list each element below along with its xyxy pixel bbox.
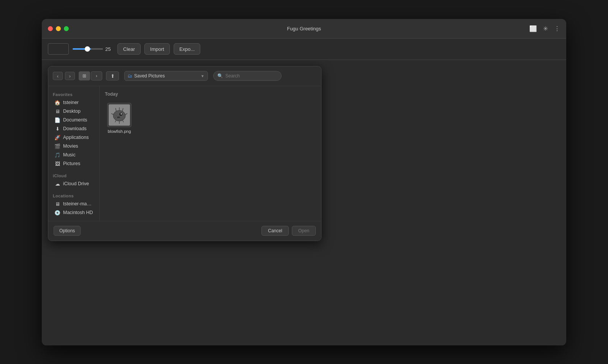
list-view-button[interactable]: › <box>91 71 102 80</box>
icloud-icon: ☁ <box>54 181 60 187</box>
file-grid: blowfish.png <box>105 101 316 136</box>
computer-icon: 🖥 <box>54 201 60 207</box>
chevron-down-icon: ▼ <box>201 74 204 78</box>
menu-icon[interactable]: ⋮ <box>554 25 560 32</box>
svg-point-15 <box>115 117 116 118</box>
footer-actions: Cancel Open <box>261 226 316 236</box>
sidebar-item-label: tsteiner-macb... <box>63 201 93 206</box>
disk-icon: 💿 <box>54 210 60 216</box>
title-bar-actions: ⬜ ✳ ⋮ <box>529 25 560 32</box>
favorites-label: Favorites <box>48 90 99 98</box>
brush-size-value: 25 <box>105 46 114 52</box>
downloads-icon: ⬇ <box>54 126 60 132</box>
sidebar-item-label: Music <box>63 152 76 158</box>
back-button[interactable]: ‹ <box>53 72 63 80</box>
sidebar: Favorites 🏠 tsteiner 🖥 Desktop 📄 Documen… <box>48 86 100 221</box>
sidebar-item-documents[interactable]: 📄 Documents <box>50 116 98 124</box>
svg-point-11 <box>121 113 122 114</box>
brush-size-slider[interactable] <box>73 48 103 50</box>
grid-icon: ⊞ <box>82 73 86 79</box>
sidebar-item-macintosh-hd[interactable]: 💿 Macintosh HD <box>50 208 98 217</box>
search-box: 🔍 <box>213 71 282 81</box>
grid-view-button[interactable]: ⊞ <box>79 71 90 80</box>
up-folder-icon: ⬆ <box>111 73 115 79</box>
sidebar-item-pictures[interactable]: 🖼 Pictures <box>50 159 98 168</box>
title-bar: Fugu Greetings ⬜ ✳ ⋮ <box>42 19 566 39</box>
svg-point-1 <box>113 110 125 121</box>
open-button[interactable]: Open <box>292 226 316 236</box>
file-thumbnail <box>107 103 131 127</box>
canvas-rect <box>48 43 69 55</box>
list-icon: › <box>96 73 97 79</box>
file-dialog: ‹ › ⊞ › ⬆ 🗂 Saved Pictures <box>48 66 321 241</box>
app-toolbar: 25 Clear Import Expo... <box>42 39 566 60</box>
maximize-button[interactable] <box>64 26 69 31</box>
svg-point-13 <box>116 115 117 116</box>
app-window: Fugu Greetings ⬜ ✳ ⋮ 25 Clear Import Exp… <box>42 19 566 345</box>
forward-button[interactable]: › <box>65 72 75 80</box>
sidebar-item-desktop[interactable]: 🖥 Desktop <box>50 107 98 116</box>
pictures-icon: 🖼 <box>54 161 60 167</box>
sidebar-item-label: Downloads <box>63 126 87 131</box>
sidebar-item-label: tsteiner <box>63 100 79 105</box>
documents-icon: 📄 <box>54 117 60 123</box>
view-buttons: ⊞ › <box>79 71 102 80</box>
export-button[interactable]: Expo... <box>174 43 200 55</box>
document-icon[interactable]: ⬜ <box>529 25 537 32</box>
file-content: Today <box>100 86 321 221</box>
movies-icon: 🎬 <box>54 143 60 149</box>
puzzle-icon[interactable]: ✳ <box>543 25 548 32</box>
section-date: Today <box>105 91 316 97</box>
sidebar-item-tsteiner[interactable]: 🏠 tsteiner <box>50 98 98 107</box>
locations-label: Locations <box>48 191 99 200</box>
music-icon: 🎵 <box>54 152 60 158</box>
sidebar-item-icloud-drive[interactable]: ☁ iCloud Drive <box>50 180 98 188</box>
location-name: Saved Pictures <box>134 73 165 79</box>
sidebar-item-applications[interactable]: 🚀 Applications <box>50 133 98 142</box>
sidebar-item-label: Desktop <box>63 109 81 114</box>
icloud-label: iCloud <box>48 171 99 180</box>
applications-icon: 🚀 <box>54 135 60 140</box>
sidebar-item-movies[interactable]: 🎬 Movies <box>50 142 98 151</box>
window-title: Fugu Greetings <box>287 26 321 32</box>
search-input[interactable] <box>225 73 277 79</box>
sidebar-item-label: Pictures <box>63 161 80 166</box>
options-button[interactable]: Options <box>54 226 81 236</box>
dialog-toolbar: ‹ › ⊞ › ⬆ 🗂 Saved Pictures <box>48 66 321 86</box>
traffic-lights <box>42 26 69 31</box>
sidebar-item-label: iCloud Drive <box>63 181 89 186</box>
sidebar-item-downloads[interactable]: ⬇ Downloads <box>50 124 98 133</box>
clear-button[interactable]: Clear <box>117 43 141 55</box>
import-button[interactable]: Import <box>144 43 170 55</box>
sidebar-item-label: Movies <box>63 143 78 149</box>
home-icon: 🏠 <box>54 100 60 106</box>
svg-point-14 <box>117 118 118 118</box>
sidebar-item-label: Applications <box>63 135 89 140</box>
location-dropdown[interactable]: 🗂 Saved Pictures ▼ <box>124 71 208 81</box>
dialog-footer: Options Cancel Open <box>48 221 321 241</box>
blowfish-image <box>109 104 130 126</box>
cancel-button[interactable]: Cancel <box>261 226 288 236</box>
sidebar-item-label: Documents <box>63 117 87 123</box>
close-button[interactable] <box>48 26 53 31</box>
brush-size-control: 25 <box>73 46 114 52</box>
search-icon: 🔍 <box>217 73 223 79</box>
main-content: ‹ › ⊞ › ⬆ 🗂 Saved Pictures <box>42 60 566 345</box>
file-item-blowfish[interactable]: blowfish.png <box>105 101 134 136</box>
folder-color-icon: 🗂 <box>128 73 132 79</box>
desktop-icon: 🖥 <box>54 109 60 114</box>
minimize-button[interactable] <box>56 26 61 31</box>
sidebar-item-label: Macintosh HD <box>63 210 93 215</box>
sidebar-item-music[interactable]: 🎵 Music <box>50 151 98 159</box>
sidebar-item-tsteiner-macb[interactable]: 🖥 tsteiner-macb... <box>50 200 98 208</box>
dialog-body: Favorites 🏠 tsteiner 🖥 Desktop 📄 Documen… <box>48 86 321 221</box>
file-name: blowfish.png <box>108 129 131 134</box>
up-folder-button[interactable]: ⬆ <box>106 71 119 80</box>
